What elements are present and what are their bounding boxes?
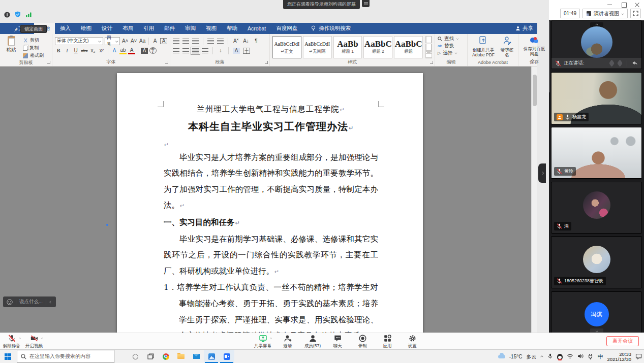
taskbar-meeting-button[interactable]: [219, 350, 234, 363]
sidebar-collapse-handle[interactable]: [538, 163, 546, 183]
distribute-button[interactable]: [202, 48, 208, 53]
line-spacing-button[interactable]: ↕: [217, 47, 224, 54]
tray-clock[interactable]: 20:332021/12/30: [607, 352, 631, 362]
sidebar-scrollbar[interactable]: [549, 21, 550, 92]
superscript-button[interactable]: x²: [98, 47, 105, 54]
tray-temperature[interactable]: -15°C: [509, 354, 523, 359]
request-sign-button[interactable]: 请求签名: [499, 36, 515, 58]
asian-layout-button[interactable]: A˟: [232, 37, 239, 45]
network-icon[interactable]: [567, 353, 573, 360]
clear-format-button[interactable]: A: [151, 37, 159, 45]
clipboard-dialog-launcher[interactable]: [47, 61, 50, 64]
borders-button[interactable]: ┼: [243, 48, 250, 54]
bullets-button[interactable]: [173, 39, 179, 44]
multilevel-list-button[interactable]: [192, 39, 199, 44]
ribbon-tab-插入[interactable]: 插入: [55, 23, 76, 34]
tellme-search[interactable]: 操作说明搜索: [305, 23, 356, 34]
apps-button[interactable]: 应用: [379, 334, 396, 349]
doc-block-6[interactable]: 毕业实习是在前期学习基础课、必修课、选修课和其它实践环节之后，开设的一门综合性的…: [164, 232, 378, 280]
invite-button[interactable]: 邀请: [279, 334, 296, 349]
doc-block-4[interactable]: 毕业实习是人才培养方案的重要组成部分，是加强理论与实践相结合，培养学生创新精神和…: [164, 150, 378, 214]
style-item-5[interactable]: AaBbC标题: [394, 36, 423, 58]
participant-tile-1[interactable]: 正在讲话:: [551, 20, 642, 69]
taskbar-task-view-button[interactable]: [143, 350, 158, 363]
minimize-button[interactable]: [607, 2, 612, 7]
chat-button[interactable]: 聊天: [329, 334, 346, 349]
shrink-font-button[interactable]: A˅: [130, 37, 137, 45]
taskbar-mail-button[interactable]: [189, 350, 204, 363]
tray-weather-text[interactable]: 多云: [526, 353, 536, 360]
ribbon-tab-视图[interactable]: 视图: [201, 23, 222, 34]
increase-indent-button[interactable]: [217, 39, 224, 44]
style-item-3[interactable]: AaBb标题 1: [333, 36, 362, 58]
taskbar-photos-button[interactable]: [204, 350, 219, 363]
show-marks-button[interactable]: ¶: [253, 37, 260, 45]
enclose-char-button[interactable]: 字: [149, 47, 157, 54]
close-button[interactable]: [635, 2, 640, 7]
decrease-indent-button[interactable]: [207, 39, 214, 44]
doc-block-2[interactable]: 本科生自主毕业实习工作管理办法↵: [164, 118, 378, 137]
ime-indicator[interactable]: 中: [597, 353, 603, 360]
qq-icon[interactable]: [557, 354, 563, 360]
participant-tile-6[interactable]: 冯淇: [551, 291, 642, 333]
banner-menu-icon[interactable]: [362, 0, 370, 7]
italic-button[interactable]: I: [64, 47, 71, 54]
create-pdf-button[interactable]: 创建并共享 Adobe PDF: [470, 36, 497, 58]
font-size-select[interactable]: 四号: [105, 37, 120, 45]
word-scrollbar[interactable]: [531, 67, 537, 333]
scroll-down-icon[interactable]: [590, 328, 603, 333]
settings-button[interactable]: 设置: [404, 334, 421, 349]
style-item-1[interactable]: AaBbCcDdI↵正文: [272, 36, 301, 58]
start-button[interactable]: [0, 350, 15, 363]
text-effects-button[interactable]: A: [111, 47, 118, 54]
taskbar-search-box[interactable]: 在这里输入你要搜索的内容: [17, 350, 114, 363]
gallery-up-icon[interactable]: [425, 36, 432, 43]
shading-button[interactable]: A: [233, 48, 240, 54]
taskbar-chrome-button[interactable]: [158, 350, 173, 363]
align-justify-button[interactable]: [192, 48, 199, 53]
char-border-button[interactable]: A: [160, 38, 167, 44]
doc-block-3[interactable]: ↵: [164, 137, 378, 150]
find-button[interactable]: 查找: [438, 35, 465, 42]
collapse-chat-icon[interactable]: [49, 301, 52, 303]
participant-tile-3[interactable]: 黄玲: [551, 127, 642, 179]
grow-font-button[interactable]: A˄: [121, 37, 129, 45]
ribbon-tab-帮助[interactable]: 帮助: [222, 23, 242, 34]
document-text[interactable]: 兰州理工大学电气工程与信息工程学院↵本科生自主毕业实习工作管理办法↵↵毕业实习是…: [164, 102, 378, 333]
styles-dialog-launcher[interactable]: [430, 61, 433, 64]
doc-block-1[interactable]: 兰州理工大学电气工程与信息工程学院↵: [164, 102, 378, 118]
paste-button[interactable]: 粘贴: [3, 36, 20, 59]
numbering-button[interactable]: [182, 39, 189, 44]
record-button[interactable]: 录制: [354, 334, 371, 349]
share-screen-button[interactable]: 共享屏幕: [254, 334, 271, 349]
ribbon-tab-Acrobat[interactable]: Acrobat: [242, 23, 271, 34]
cut-button[interactable]: 剪切: [23, 37, 44, 44]
copy-button[interactable]: 复制: [23, 45, 44, 51]
format-painter-button[interactable]: 格式刷: [23, 52, 44, 59]
view-mode-select[interactable]: 演讲者视图: [582, 9, 628, 18]
char-shading-button[interactable]: A: [141, 48, 148, 54]
pin-icon[interactable]: [14, 26, 18, 35]
strikethrough-button[interactable]: abc: [81, 47, 88, 54]
tray-expand-icon[interactable]: [541, 355, 543, 358]
share-button[interactable]: 共享: [515, 23, 533, 34]
document-page[interactable]: 兰州理工大学电气工程与信息工程学院↵本科生自主毕业实习工作管理办法↵↵毕业实习是…: [117, 73, 423, 333]
bold-button[interactable]: B: [55, 47, 62, 54]
members-button[interactable]: 成员(57): [304, 334, 321, 349]
highlight-button[interactable]: ab: [119, 47, 127, 54]
gallery-more-icon[interactable]: [425, 51, 432, 58]
ribbon-tab-绘图[interactable]: 绘图: [76, 23, 97, 34]
ribbon-tab-百度网盘[interactable]: 百度网盘: [271, 23, 302, 34]
font-color-button[interactable]: A: [128, 47, 135, 54]
save-baidu-button[interactable]: 保存到百度网盘: [521, 36, 547, 58]
font-dialog-launcher[interactable]: [165, 61, 168, 64]
start-video-button[interactable]: 开启视频: [25, 334, 43, 349]
usb-icon[interactable]: [588, 353, 593, 360]
doc-block-7[interactable]: 1．培养学生对工作认真负责、一丝不苟的精神；培养学生对事物能潜心考察、勇于开拓、…: [164, 280, 378, 333]
replace-button[interactable]: ab替换: [438, 42, 465, 49]
participant-tile-2[interactable]: 杨鑫龙: [551, 72, 642, 124]
select-button[interactable]: ▷选择: [438, 49, 465, 56]
style-item-4[interactable]: AaBbC标题 2: [363, 36, 392, 58]
action-center-icon[interactable]: [635, 353, 642, 360]
unmute-button[interactable]: 解除静音: [3, 334, 20, 349]
